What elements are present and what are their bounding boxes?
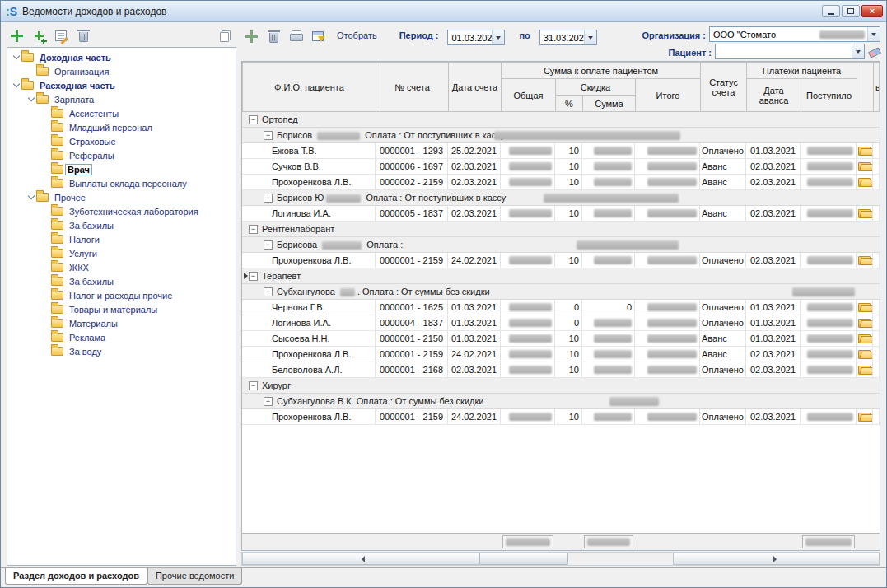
tree-item[interactable]: Зарплата [7,92,236,106]
horizontal-scrollbar[interactable] [241,552,880,566]
filter-grid-icon[interactable] [310,28,326,44]
column-discount-pct[interactable]: % [556,96,583,112]
table-row[interactable]: Прохоренкова Л.В.0000001 - 215924.02.202… [242,409,880,425]
collapse-icon[interactable]: − [264,397,273,406]
open-folder-button[interactable] [858,319,871,328]
collapse-icon[interactable]: − [264,240,273,250]
subgroup-row[interactable]: −Субхангулова В.К. Оплата : От суммы без… [242,394,880,409]
column-status[interactable]: Статус счета [701,63,747,112]
filter-apply-link[interactable]: Отобрать [337,30,377,40]
open-folder-button[interactable] [858,366,871,375]
tree-item[interactable]: Страховые [7,134,236,148]
tree-item[interactable]: За воду [7,344,236,358]
edit-icon[interactable] [53,28,69,44]
collapse-icon[interactable]: − [249,225,258,234]
subgroup-row[interactable]: −Борисов Оплата : От поступивших в кассу [242,128,880,143]
column-received[interactable]: Поступило [801,79,857,112]
clear-icon[interactable] [868,46,880,58]
date-from-input[interactable]: 01.03.2021 [447,30,505,45]
collapse-icon[interactable]: − [249,272,258,281]
tree-item[interactable]: Услуги [7,246,236,260]
chevron-down-icon[interactable] [584,30,596,44]
tree-item[interactable]: ЖКХ [7,260,236,274]
chevron-down-icon[interactable] [26,98,36,100]
collapse-icon[interactable]: − [264,287,273,296]
open-folder-button[interactable] [858,350,871,359]
table-row[interactable]: Беловолова А.Л.0000001 - 216802.03.20211… [242,362,880,378]
tree-item[interactable]: Реклама [7,330,236,344]
scroll-left-arrow-icon[interactable] [242,553,479,565]
date-to-input[interactable]: 31.03.2021 [539,30,597,45]
column-total[interactable]: Общая [502,79,556,112]
chevron-down-icon[interactable] [26,196,36,198]
patient-select[interactable] [715,44,865,59]
tree-item[interactable]: Налог и расходы прочие [7,288,236,302]
table-row[interactable]: Сучков В.В.0000006 - 169702.03.202110Ава… [242,159,880,175]
open-folder-button[interactable] [858,334,871,343]
tree-item[interactable]: За бахилы [7,274,236,288]
tree-item[interactable]: Рефералы [7,148,236,162]
tree-item[interactable]: Зуботехническая лаборатория [7,204,236,218]
group-row[interactable]: −Ортопед [242,112,880,128]
column-adv-date[interactable]: Дата аванса [747,79,801,112]
group-row[interactable]: −Терапевт [242,268,880,284]
tree-item[interactable]: Доходная часть [7,50,236,64]
tree-item[interactable]: Товары и материалы [7,302,236,316]
column-itogo[interactable]: Итого [636,79,701,112]
chevron-down-icon[interactable] [852,44,864,58]
scroll-thumb[interactable] [479,553,568,565]
table-row[interactable]: Сысоева Н.Н.0000001 - 215001.03.202110Ав… [242,331,880,347]
tree-item[interactable]: Прочее [7,190,236,204]
open-folder-button[interactable] [858,413,871,422]
collapse-icon[interactable]: − [264,194,273,203]
chevron-down-icon[interactable] [11,84,21,86]
minimize-button[interactable] [822,5,840,17]
subgroup-row[interactable]: −Субхангулова . Оплата : От суммы без ск… [242,284,880,300]
open-folder-button[interactable] [858,209,871,218]
table-row[interactable]: Ежова Т.В.0000001 - 129325.02.202110Опла… [242,143,880,159]
open-folder-button[interactable] [858,162,871,171]
column-invoice-date[interactable]: Дата счета [449,63,502,112]
subgroup-row[interactable]: −Борисова Оплата : [242,237,880,253]
chevron-down-icon[interactable] [11,56,21,58]
maximize-button[interactable] [842,5,860,17]
table-row[interactable]: Чернова Г.В.0000001 - 162501.03.202100Оп… [242,300,880,315]
tree-item[interactable]: Младший персонал [7,120,236,134]
table-row[interactable]: Прохоренкова Л.В.0000002 - 215902.03.202… [242,175,880,190]
open-folder-button[interactable] [858,178,871,187]
tree-item[interactable]: Налоги [7,232,236,246]
scroll-right-arrow-icon[interactable] [673,553,880,565]
column-account[interactable]: № счета [376,63,449,112]
table-row[interactable]: Логинова И.А.0000005 - 183702.03.202110А… [242,206,880,222]
delete-icon[interactable] [75,28,91,44]
table-row[interactable]: Логинова И.А.0000004 - 183701.03.20210Оп… [242,315,880,331]
group-row[interactable]: −Рентгенлаборант [242,222,880,237]
tree-item[interactable]: Расходная часть [7,78,236,92]
open-folder-button[interactable] [858,303,871,312]
subgroup-row[interactable]: −Борисов Ю Оплата : От поступивших в кас… [242,190,880,206]
add-icon[interactable] [8,28,25,44]
copy-icon[interactable] [217,28,233,44]
collapse-icon[interactable]: − [249,115,258,124]
tree-item[interactable]: Материалы [7,316,236,330]
open-folder-button[interactable] [858,256,871,265]
table-row[interactable]: Прохоренкова Л.В.0000001 - 215924.02.202… [242,347,880,362]
tree-item[interactable]: Ассистенты [7,106,236,120]
close-button[interactable]: × [861,5,883,17]
column-discount-sum[interactable]: Сумма [583,96,636,112]
tree-item[interactable]: Выплаты оклада персоналу [7,176,236,190]
collapse-icon[interactable]: − [249,381,258,390]
open-folder-button[interactable] [858,147,871,156]
add-child-icon[interactable] [30,28,47,44]
group-row[interactable]: −Хирург [242,378,880,394]
print-icon[interactable] [287,28,304,44]
add-icon[interactable] [243,28,259,44]
chevron-down-icon[interactable] [867,27,880,41]
tree-item[interactable]: За бахилы [7,218,236,232]
table-row[interactable]: Прохоренкова Л.В.0000001 - 215924.02.202… [242,253,880,268]
chevron-down-icon[interactable] [492,30,504,44]
scroll-track[interactable] [479,553,673,565]
tree-item[interactable]: Врач [7,162,236,176]
delete-icon[interactable] [265,28,282,44]
organization-select[interactable]: ООО "Стомато [709,26,880,42]
